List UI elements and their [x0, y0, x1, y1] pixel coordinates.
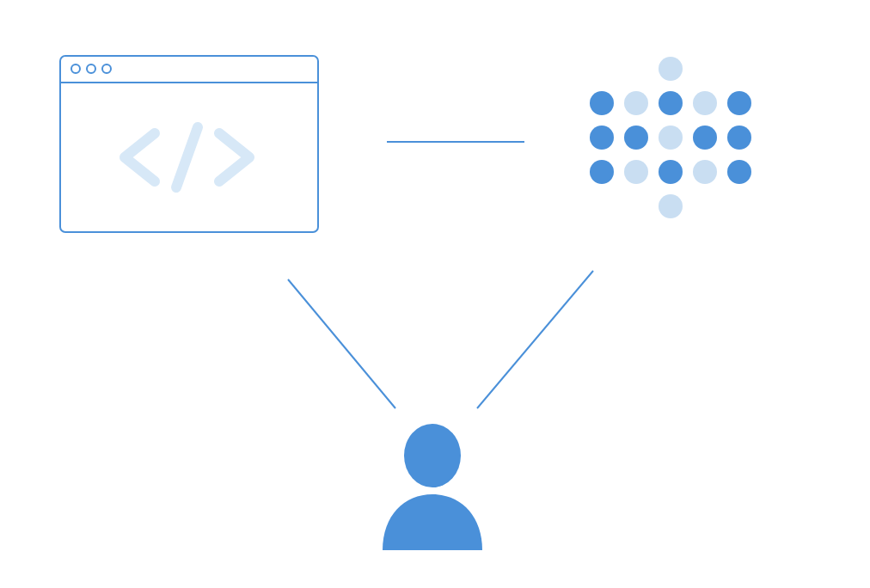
svg-point-11 [727, 91, 751, 115]
svg-point-20 [693, 160, 717, 184]
svg-point-13 [624, 126, 648, 150]
svg-point-6 [659, 57, 683, 81]
user-icon [383, 424, 482, 550]
svg-line-5 [176, 127, 198, 187]
diagram-svg [0, 0, 870, 588]
svg-point-23 [404, 424, 461, 487]
svg-point-8 [624, 91, 648, 115]
svg-point-15 [693, 126, 717, 150]
svg-point-22 [659, 194, 683, 218]
code-window-icon [60, 56, 318, 232]
diagram [0, 0, 870, 588]
svg-point-21 [727, 160, 751, 184]
svg-point-17 [590, 160, 614, 184]
svg-point-18 [624, 160, 648, 184]
connector-dots-to-user [477, 271, 593, 408]
svg-point-16 [727, 126, 751, 150]
connector-code-to-user [288, 279, 395, 408]
svg-point-19 [659, 160, 683, 184]
dot-grid-icon [590, 57, 751, 218]
svg-point-14 [659, 126, 683, 150]
svg-point-9 [659, 91, 683, 115]
svg-point-4 [102, 64, 111, 73]
svg-point-12 [590, 126, 614, 150]
svg-point-2 [71, 64, 80, 73]
svg-point-7 [590, 91, 614, 115]
svg-point-3 [87, 64, 95, 73]
svg-point-10 [693, 91, 717, 115]
